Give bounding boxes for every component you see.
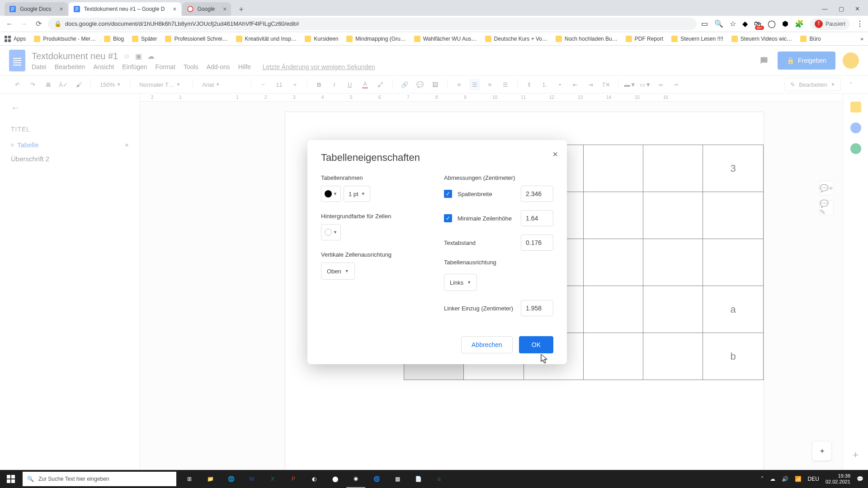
browser-tab-1[interactable]: Textdokument neu #1 – Google D × [69,2,181,16]
tray-expand-button[interactable]: ˄ [761,476,764,482]
numbered-list-button[interactable]: 1. [539,79,550,90]
app-icon[interactable]: ◐ [305,470,324,488]
contacts-icon[interactable] [850,143,861,154]
tasks-icon[interactable] [850,122,861,133]
row-height-checkbox[interactable]: ✓ [444,214,452,222]
volume-icon[interactable]: 🔊 [782,476,788,482]
highlight-button[interactable]: 🖍 [375,79,386,90]
bold-button[interactable]: B [314,79,325,90]
bookmark-item[interactable]: Kreativität und Insp… [236,36,297,42]
indent-increase-button[interactable]: ⇥ [585,79,596,90]
spotify-icon[interactable]: ♫ [429,470,448,488]
notifications-button[interactable]: 💬 [857,476,863,482]
col-width-input[interactable] [521,186,553,202]
docs-logo[interactable] [9,50,25,71]
onedrive-icon[interactable]: ☁ [770,476,775,482]
ext-icon-1[interactable]: ◆ [742,19,748,28]
clear-format-button[interactable]: T✕ [601,79,612,90]
outline-item[interactable]: Überschrift 2 [11,155,129,163]
border-style-button[interactable]: ┅ [671,79,682,90]
bg-color-select[interactable]: ▼ [321,224,341,240]
start-button[interactable] [0,470,22,488]
menu-edit[interactable]: Bearbeiten [55,63,85,70]
reload-button[interactable]: ⟳ [33,19,43,29]
close-icon[interactable]: × [223,5,226,13]
bookmark-item[interactable]: Noch hochladen Bu… [556,36,618,42]
align-justify-button[interactable]: ☰ [500,79,511,90]
forward-button[interactable]: → [19,19,29,29]
italic-button[interactable]: I [329,79,340,90]
taskbar-search[interactable]: 🔍 Zur Suche Text hier eingeben [23,472,176,486]
horizontal-ruler[interactable]: 2 1 1 2 3 4 5 6 7 8 9 10 11 12 13 14 15 … [140,94,868,102]
clock[interactable]: 19:38 02.02.2021 [826,473,850,485]
close-icon[interactable]: × [173,5,176,13]
edge2-icon[interactable]: 🌀 [367,470,386,488]
menu-view[interactable]: Ansicht [93,63,114,70]
dialog-close-button[interactable]: × [552,149,558,160]
bookmark-item[interactable]: Wahlfächer WU Aus… [414,36,477,42]
profile-button[interactable]: T Pausiert [810,18,850,30]
powerpoint-icon[interactable]: P [284,470,303,488]
font-size-increase[interactable]: + [290,79,301,90]
line-spacing-button[interactable]: ⇕ [524,79,535,90]
excel-icon[interactable]: X [263,470,282,488]
align-right-button[interactable]: ≡ [485,79,495,90]
close-window-button[interactable]: ✕ [855,5,860,12]
add-panel-button[interactable]: + [853,449,859,461]
outline-item-active[interactable]: Tabelle × [11,141,129,149]
bookmark-item[interactable]: Deutsche Kurs + Vo… [485,36,547,42]
menu-format[interactable]: Format [156,63,175,70]
explore-button[interactable]: ✦ [812,441,832,461]
move-icon[interactable]: ▣ [135,52,142,61]
ok-button[interactable]: OK [519,336,553,353]
zoom-select[interactable]: 150%▼ [97,81,123,88]
text-color-button[interactable]: A [360,79,371,90]
last-edit-link[interactable]: Letzte Änderung vor wenigen Sekunden [263,63,375,70]
ext-icon-3[interactable]: ⬢ [782,19,788,28]
explorer-icon[interactable]: 📁 [201,470,220,488]
style-select[interactable]: Normaler T…▼ [137,81,186,88]
cancel-button[interactable]: Abbrechen [461,336,513,353]
add-comment-button[interactable]: 💬+ [819,181,834,195]
browser-tab-2[interactable]: Google × [182,2,231,16]
align-center-button[interactable]: ☰ [469,79,480,90]
comments-button[interactable] [758,54,770,67]
task-view-button[interactable]: ⊞ [180,470,199,488]
col-width-checkbox[interactable]: ✓ [444,190,452,198]
close-icon[interactable]: × [125,141,129,149]
comment-button[interactable]: 💬 [415,79,425,90]
bookmark-item[interactable]: Mindmapping (Gru… [346,36,406,42]
bookmark-item[interactable]: Blog [104,36,124,42]
document-title[interactable]: Textdokument neu #1 [32,51,118,61]
indent-decrease-button[interactable]: ⇤ [570,79,581,90]
maximize-button[interactable]: ▢ [839,5,844,12]
bookmark-item[interactable]: Büro [800,36,821,42]
ext-badge[interactable]: 🛍99+ [754,20,761,28]
bookmark-item[interactable]: PDF Report [626,36,663,42]
valign-select[interactable]: Oben▼ [321,263,355,280]
back-button[interactable]: ← [5,19,14,29]
bookmarks-overflow[interactable]: » [860,36,863,42]
ext-icon-2[interactable]: ◯ [768,19,776,28]
bookmark-item[interactable]: Steuern Videos wic… [731,36,793,42]
bookmark-item[interactable]: Später [132,36,157,42]
indent-input[interactable] [521,300,553,316]
app-icon-2[interactable]: ▦ [388,470,407,488]
bookmark-item[interactable]: Kursideen [305,36,338,42]
border-width-button[interactable]: ═ [656,79,666,90]
suggest-button[interactable]: 💬✎ [819,201,834,215]
menu-file[interactable]: Datei [32,63,47,70]
spellcheck-button[interactable]: Ä✓ [58,79,69,90]
bookmark-item[interactable]: Professionell Schrei… [165,36,227,42]
language-indicator[interactable]: DEU [808,476,819,482]
bookmark-item[interactable]: Produktsuche - Mer… [34,36,96,42]
star-icon[interactable]: ☆ [123,52,130,61]
format-paint-button[interactable]: 🖌 [73,79,84,90]
row-height-input[interactable] [521,210,553,226]
notepad-icon[interactable]: 📄 [409,470,428,488]
url-input[interactable]: 🔒 docs.google.com/document/d/1hUH8k6h7Lb… [48,18,697,30]
menu-button[interactable]: ⋮ [856,19,863,28]
browser-tab-0[interactable]: Google Docs × [5,2,68,16]
border-width-select[interactable]: 1 pt▼ [344,186,370,202]
share-button[interactable]: 🔒 Freigeben [778,52,835,70]
